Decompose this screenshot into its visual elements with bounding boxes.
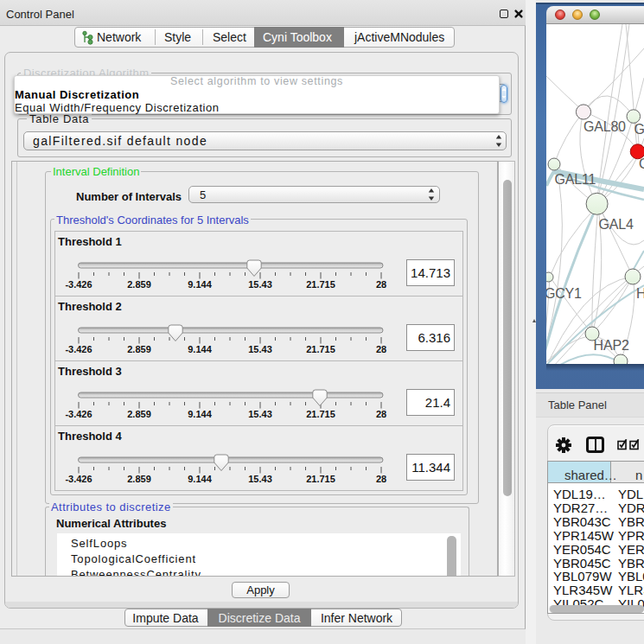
svg-text:9.144: 9.144 [188,279,212,290]
svg-text:9.144: 9.144 [188,409,212,419]
svg-text:HAP2: HAP2 [594,338,629,353]
svg-text:28: 28 [376,344,386,354]
svg-text:21.715: 21.715 [306,344,335,354]
svg-text:C: C [639,156,644,171]
svg-text:2.859: 2.859 [127,474,151,484]
svg-text:15.43: 15.43 [248,279,272,290]
svg-text:9.144: 9.144 [188,474,212,484]
svg-text:28: 28 [376,474,386,484]
svg-text:15.43: 15.43 [248,344,272,354]
svg-text:GAL80: GAL80 [583,119,626,134]
svg-text:15.43: 15.43 [248,474,272,484]
svg-text:9.144: 9.144 [188,344,212,354]
svg-text:GAL4: GAL4 [599,217,634,232]
svg-text:H: H [636,286,644,301]
svg-text:2.859: 2.859 [127,344,151,354]
svg-text:GAL11: GAL11 [555,172,596,187]
svg-text:-3.426: -3.426 [65,344,92,354]
svg-text:28: 28 [376,279,386,290]
svg-text:-3.426: -3.426 [65,474,92,484]
svg-text:-3.426: -3.426 [65,279,92,290]
svg-text:GCY1: GCY1 [546,286,582,301]
svg-text:21.715: 21.715 [306,279,335,290]
svg-text:28: 28 [376,409,386,419]
svg-text:GA: GA [634,122,644,137]
svg-text:-3.426: -3.426 [65,409,92,419]
svg-text:15.43: 15.43 [248,409,272,419]
svg-text:21.715: 21.715 [306,474,335,484]
svg-text:2.859: 2.859 [127,409,151,419]
svg-text:21.715: 21.715 [306,409,335,419]
svg-text:2.859: 2.859 [127,279,151,290]
